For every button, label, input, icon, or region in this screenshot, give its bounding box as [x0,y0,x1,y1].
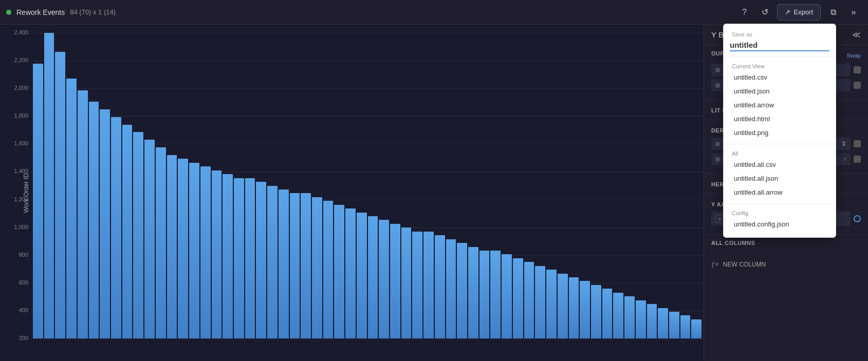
grid-label: 800 [5,252,28,258]
bar[interactable] [334,205,344,338]
bar[interactable] [89,102,99,338]
all-section: All untitled.all.csv untitled.all.json u… [724,146,836,201]
bar[interactable] [245,178,255,338]
export-button[interactable]: ↗ Export [777,4,821,21]
bar[interactable] [200,166,211,338]
bar[interactable] [33,64,43,339]
bar[interactable] [156,147,166,338]
bar[interactable] [569,277,579,338]
export-csv[interactable]: untitled.csv [724,70,836,84]
chart-meta: 84 (70) x 1 (14) [70,8,116,16]
bar[interactable] [468,247,478,339]
bar[interactable] [446,239,456,338]
bar[interactable] [133,132,143,338]
bar[interactable] [100,109,110,338]
bar[interactable] [435,235,445,338]
bar[interactable] [44,33,54,338]
chart-title: Rework Events [16,8,65,16]
bar[interactable] [301,193,311,338]
bar[interactable] [189,163,199,338]
bar[interactable] [591,285,601,338]
bar[interactable] [178,159,188,338]
save-as-input[interactable] [730,40,829,51]
bar[interactable] [345,208,356,338]
bar[interactable] [490,251,501,338]
bar[interactable] [223,174,233,338]
bar[interactable] [323,201,334,338]
chart-area: Work Order ID 2,4002,2002,0001,8001,6001… [0,25,704,361]
bar[interactable] [636,300,646,338]
bar[interactable] [680,315,691,338]
bar[interactable] [613,293,623,338]
bar[interactable] [390,224,400,338]
all-header: All [724,148,836,158]
bar[interactable] [144,140,155,338]
bar[interactable] [279,189,289,338]
bar[interactable] [546,270,557,338]
bar[interactable] [290,193,300,338]
bar[interactable] [267,186,278,339]
export-arrow[interactable]: untitled.arrow [724,98,836,112]
bar[interactable] [524,262,534,338]
order-field2-checkbox[interactable] [854,156,861,163]
config-section: Config untitled.config.json [724,206,836,233]
group-field1-icon: ⊞ [715,67,720,73]
bar[interactable] [479,251,490,338]
divider-2 [724,144,836,144]
grid-label: 200 [5,335,28,341]
bar[interactable] [602,289,613,338]
export-json[interactable]: untitled.json [724,84,836,98]
export-all-json[interactable]: untitled.all.json [724,172,836,185]
group-field2-checkbox[interactable] [854,82,861,89]
swap-button[interactable]: Swap [846,52,861,59]
bar[interactable] [624,296,635,338]
bar[interactable] [401,227,412,338]
bar[interactable] [691,319,701,338]
export-all-arrow[interactable]: untitled.all.arrow [724,185,836,199]
bar[interactable] [412,232,422,338]
bar[interactable] [647,304,657,338]
bar[interactable] [256,182,266,338]
bar[interactable] [111,117,121,338]
more-button[interactable]: » [845,4,862,21]
bar[interactable] [368,216,378,338]
bar[interactable] [78,90,88,338]
bar[interactable] [580,281,590,338]
divider-1 [724,56,836,57]
bar[interactable] [122,125,133,339]
bar[interactable] [558,274,568,338]
bar[interactable] [535,266,545,338]
y-axis-radio[interactable] [854,215,861,222]
grid-label: 2,400 [5,29,28,35]
order-field1-checkbox[interactable] [854,140,861,147]
status-dot [6,10,11,15]
undo-button[interactable]: ↺ [756,4,773,21]
export-all-csv[interactable]: untitled.all.csv [724,158,836,172]
bar[interactable] [669,312,679,338]
export-png[interactable]: untitled.png [724,126,836,140]
bar[interactable] [234,178,244,338]
new-column-label: NEW COLUMN [723,261,766,268]
bar[interactable] [423,232,434,338]
bar[interactable] [55,52,65,338]
bar[interactable] [66,79,77,338]
all-columns-title: All Columns [711,240,755,246]
bar[interactable] [513,258,523,338]
group-field1-checkbox[interactable] [854,66,861,73]
bar[interactable] [212,170,222,338]
copy-button[interactable]: ⧉ [825,4,841,21]
export-html[interactable]: untitled.html [724,112,836,126]
export-config-json[interactable]: untitled.config.json [724,217,836,231]
bar[interactable] [379,220,389,338]
new-column-row[interactable]: ƒ× NEW COLUMN [704,255,868,273]
bar[interactable] [457,243,467,338]
header-right: ? ↺ ↗ Export ⧉ » Save as Current View un… [736,4,862,21]
bar[interactable] [357,213,367,338]
sidebar-close-button[interactable]: ≪ [852,30,861,40]
bar[interactable] [312,197,322,338]
bar[interactable] [658,308,668,339]
bar[interactable] [167,155,177,338]
help-button[interactable]: ? [736,4,752,21]
bar[interactable] [502,254,512,338]
y-axis-label: Work Order ID [23,173,30,213]
